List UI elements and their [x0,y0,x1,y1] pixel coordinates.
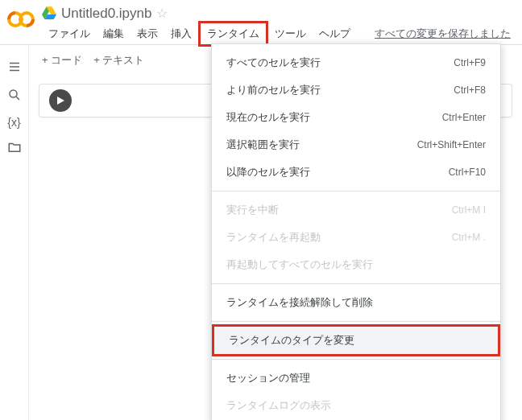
toc-icon[interactable] [7,60,22,76]
menuitem-run-focused[interactable]: 現在のセルを実行 Ctrl+Enter [212,104,500,131]
menuitem-run-after[interactable]: 以降のセルを実行 Ctrl+F10 [212,159,500,186]
menuitem-interrupt: 実行を中断 Ctrl+M I [212,196,500,224]
header-main: Untitled0.ipynb ☆ ファイル 編集 表示 挿入 ランタイム ツー… [42,5,516,44]
menu-view[interactable]: 表示 [130,23,164,44]
menuitem-label: 再起動してすべてのセルを実行 [226,257,373,272]
colab-logo-icon [6,5,35,34]
menuitem-restart-run-all: 再起動してすべてのセルを実行 [212,251,500,278]
menuitem-label: ランタイムログの表示 [226,398,331,413]
menuitem-label: より前のセルを実行 [226,83,321,97]
files-icon[interactable] [7,140,22,157]
title-row: Untitled0.ipynb ☆ [42,5,516,23]
menuitem-label: ランタイムを再起動 [226,230,321,245]
menu-tools[interactable]: ツール [268,23,313,44]
menuitem-label: ランタイムのタイプを変更 [229,333,354,348]
menuitem-disconnect-delete[interactable]: ランタイムを接続解除して削除 [212,289,500,316]
star-icon[interactable]: ☆ [156,6,168,21]
menuitem-label: すべてのセルを実行 [226,56,321,70]
menuitem-shortcut: Ctrl+Shift+Enter [417,139,486,150]
menuitem-run-selection[interactable]: 選択範囲を実行 Ctrl+Shift+Enter [212,131,500,159]
save-status[interactable]: すべての変更を保存しました [375,27,511,41]
menuitem-manage-sessions[interactable]: セッションの管理 [212,364,500,392]
run-cell-button[interactable] [49,89,72,112]
menuitem-label: 以降のセルを実行 [226,165,310,179]
add-code-button[interactable]: + コード [42,53,82,68]
menuitem-label: 実行を中断 [226,203,279,217]
svg-point-5 [10,90,17,97]
menuitem-restart: ランタイムを再起動 Ctrl+M . [212,224,500,251]
separator [212,283,500,284]
menuitem-shortcut: Ctrl+F10 [449,167,486,178]
menu-file[interactable]: ファイル [42,23,97,44]
menuitem-shortcut: Ctrl+F8 [454,84,486,96]
variables-icon[interactable]: {x} [7,116,20,129]
add-text-button[interactable]: + テキスト [93,53,144,68]
menu-edit[interactable]: 編集 [97,23,130,44]
menu-help[interactable]: ヘルプ [313,23,357,44]
left-rail: {x} [0,45,29,420]
menubar: ファイル 編集 表示 挿入 ランタイム ツール ヘルプ すべての変更を保存しまし… [42,23,516,44]
search-icon[interactable] [7,88,22,105]
menuitem-shortcut: Ctrl+F9 [454,57,486,68]
menuitem-shortcut: Ctrl+M I [452,204,486,216]
menuitem-change-runtime-type[interactable]: ランタイムのタイプを変更 [212,324,500,356]
header: Untitled0.ipynb ☆ ファイル 編集 表示 挿入 ランタイム ツー… [0,0,522,45]
separator [212,359,500,360]
document-title[interactable]: Untitled0.ipynb [61,6,151,22]
separator [212,321,500,322]
menuitem-run-before[interactable]: より前のセルを実行 Ctrl+F8 [212,76,500,104]
menuitem-shortcut: Ctrl+M . [452,232,486,243]
menuitem-shortcut: Ctrl+Enter [442,112,486,123]
menuitem-label: ランタイムを接続解除して削除 [226,295,373,310]
svg-line-6 [16,97,19,100]
menuitem-run-all[interactable]: すべてのセルを実行 Ctrl+F9 [212,49,500,76]
menu-insert[interactable]: 挿入 [164,23,198,44]
drive-icon [42,5,56,22]
menuitem-label: セッションの管理 [226,371,310,385]
runtime-dropdown: すべてのセルを実行 Ctrl+F9 より前のセルを実行 Ctrl+F8 現在のセ… [211,43,501,420]
menuitem-label: 選択範囲を実行 [226,138,300,152]
menuitem-label: 現在のセルを実行 [226,110,310,125]
menuitem-view-logs: ランタイムログの表示 [212,392,500,419]
separator [212,191,500,191]
